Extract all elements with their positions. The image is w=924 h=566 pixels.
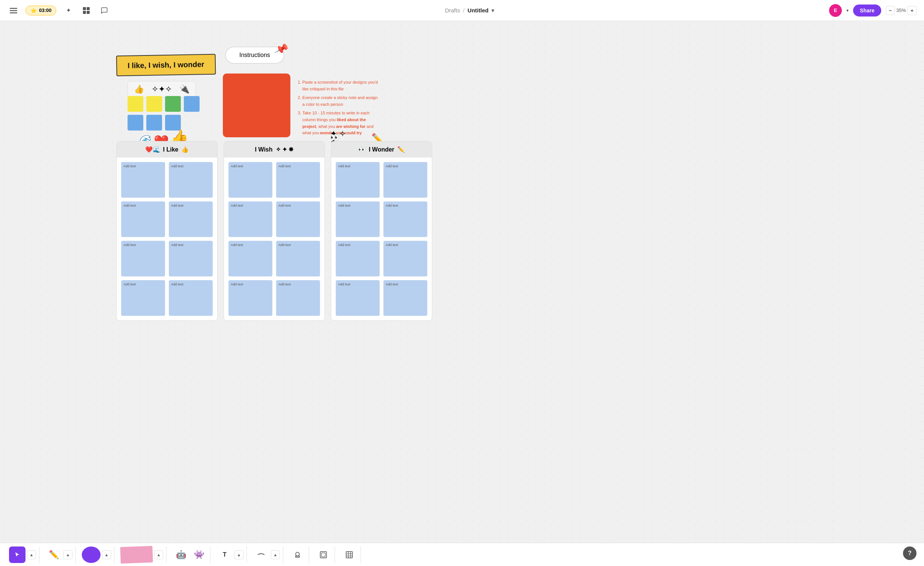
wonder-note-2[interactable]: Add text <box>383 162 427 198</box>
sticky-expand[interactable]: ▲ <box>154 550 163 559</box>
timer-badge[interactable]: ⭐ 03:00 <box>26 6 56 15</box>
purple-shape[interactable] <box>82 546 101 563</box>
socket-icon: 🔌 <box>179 84 189 94</box>
wish-note-5[interactable]: Add text <box>228 241 272 276</box>
like-note-5[interactable]: Add text <box>121 241 165 276</box>
wish-note-7[interactable]: Add text <box>228 280 272 316</box>
zoom-in-button[interactable]: + <box>907 6 916 15</box>
shape-expand[interactable]: ▲ <box>102 550 111 559</box>
wish-note-6[interactable]: Add text <box>276 241 320 276</box>
wonder-note-6[interactable]: Add text <box>383 241 427 276</box>
thumbs-emoji: 👍 <box>181 146 189 153</box>
topbar-center: Drafts / Untitled ▾ <box>445 7 494 14</box>
svg-rect-2 <box>10 12 17 14</box>
shape-section: ▲ <box>79 546 114 563</box>
wish-note-8[interactable]: Add text <box>276 280 320 316</box>
instruction-step-1: Paste a screenshot of your designs you'd… <box>302 79 379 92</box>
sticker-section: 🤖 👾 <box>170 546 210 563</box>
svg-point-7 <box>296 552 299 556</box>
user-avatar[interactable]: E <box>829 4 842 17</box>
help-button[interactable]: ? <box>903 546 916 560</box>
sticky-shape[interactable] <box>120 546 153 563</box>
cursor-expand[interactable]: ▲ <box>27 550 36 559</box>
i-wish-label: I Wish <box>255 146 273 153</box>
swatch-blue-1 <box>184 96 200 112</box>
table-section <box>338 546 361 563</box>
connector-tool[interactable] <box>253 546 269 563</box>
chat-tool[interactable] <box>98 5 110 17</box>
topbar-left: ⭐ 03:00 ✦ <box>8 5 110 17</box>
like-note-4[interactable]: Add text <box>169 201 213 237</box>
svg-rect-1 <box>10 10 17 11</box>
text-section: T ▲ <box>213 546 247 563</box>
tools-menu[interactable] <box>8 5 20 17</box>
wonder-note-1[interactable]: Add text <box>336 162 380 198</box>
text-tool[interactable]: T <box>216 546 233 563</box>
svg-rect-9 <box>322 553 325 557</box>
sticker-tool-2[interactable]: 👾 <box>191 546 207 563</box>
wonder-note-3[interactable]: Add text <box>336 201 380 237</box>
wonder-note-7[interactable]: Add text <box>336 280 380 316</box>
swatch-yellow-2 <box>146 96 162 112</box>
column-i-wonder-body: Add text Add text Add text Add text Add … <box>331 158 432 320</box>
stars-icon: ✧✦✧ <box>152 84 172 94</box>
instructions-text: Paste a screenshot of your designs you'd… <box>296 79 379 139</box>
pen-expand[interactable]: ▲ <box>63 550 72 559</box>
wonder-note-8[interactable]: Add text <box>383 280 427 316</box>
pen-tool[interactable]: ✏️ <box>45 546 62 563</box>
i-like-emoji: ❤️🌊 <box>145 146 160 153</box>
layout-tool[interactable] <box>80 5 92 17</box>
eyes-emoji-header: 👀 <box>358 146 366 153</box>
svg-rect-10 <box>346 551 353 558</box>
table-tool[interactable] <box>341 546 358 563</box>
svg-rect-6 <box>87 11 90 14</box>
color-swatches <box>128 96 203 131</box>
wonder-note-4[interactable]: Add text <box>383 201 427 237</box>
wish-note-2[interactable]: Add text <box>276 162 320 198</box>
svg-rect-0 <box>10 8 17 9</box>
instruction-step-2: Everyone create a sticky note and assign… <box>302 95 379 108</box>
like-note-8[interactable]: Add text <box>169 280 213 316</box>
column-i-wish-body: Add text Add text Add text Add text Add … <box>224 158 325 320</box>
swatch-blue-3 <box>146 115 162 131</box>
avatar-dropdown[interactable]: ▾ <box>846 8 849 13</box>
zoom-out-button[interactable]: − <box>886 6 895 15</box>
like-note-7[interactable]: Add text <box>121 280 165 316</box>
swatch-yellow-1 <box>128 96 143 112</box>
lww-title: I like, I wish, I wonder <box>116 54 216 77</box>
topbar: ⭐ 03:00 ✦ Drafts / Untitled ▾ E ▾ Share … <box>0 0 924 21</box>
like-note-1[interactable]: Add text <box>121 162 165 198</box>
file-title[interactable]: Untitled <box>467 7 488 14</box>
connector-expand[interactable]: ▲ <box>271 550 280 559</box>
like-note-3[interactable]: Add text <box>121 201 165 237</box>
zoom-level: 35% <box>896 8 906 13</box>
icons-row: 👍 ✧✦✧ 🔌 <box>128 81 196 98</box>
thumbs-up-icon: 👍 <box>134 84 144 94</box>
cursor-tool[interactable] <box>9 546 26 563</box>
wish-note-1[interactable]: Add text <box>228 162 272 198</box>
share-button[interactable]: Share <box>853 5 881 17</box>
instructions-section: Instructions 📌 <box>225 47 284 64</box>
breadcrumb-separator: / <box>463 7 464 14</box>
frame-tool[interactable] <box>315 546 332 563</box>
pencil-emoji: ✏️ <box>397 146 405 153</box>
i-wonder-label: I Wonder <box>369 146 394 153</box>
column-i-wish: I Wish ✧ ✦ ✸ Add text Add text Add text … <box>224 141 325 321</box>
ai-tool[interactable]: ✦ <box>62 5 74 17</box>
wonder-note-5[interactable]: Add text <box>336 241 380 276</box>
title-dropdown-icon[interactable]: ▾ <box>491 7 494 14</box>
red-card <box>223 74 290 137</box>
text-expand[interactable]: ▲ <box>234 550 243 559</box>
column-i-like-header: ❤️🌊 I Like 👍 <box>117 141 217 158</box>
pen-section: ✏️ ▲ <box>42 546 76 563</box>
column-i-wish-header: I Wish ✧ ✦ ✸ <box>224 141 325 158</box>
sticker-tool[interactable]: 🤖 <box>173 546 189 563</box>
like-note-2[interactable]: Add text <box>169 162 213 198</box>
breadcrumb-drafts[interactable]: Drafts <box>445 7 460 14</box>
like-note-6[interactable]: Add text <box>169 241 213 276</box>
instruction-step-3: Take 10 - 15 minutes to write in each co… <box>302 110 379 136</box>
wish-note-3[interactable]: Add text <box>228 201 272 237</box>
stamp-tool[interactable] <box>289 546 306 563</box>
zoom-controls: − 35% + <box>886 6 916 15</box>
wish-note-4[interactable]: Add text <box>276 201 320 237</box>
